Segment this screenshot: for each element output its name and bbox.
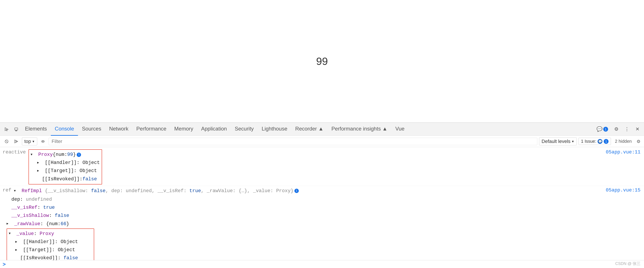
is-revoked-line: [[IsRevoked]]: false: [37, 175, 100, 183]
eye-icon[interactable]: [39, 137, 47, 145]
tab-console[interactable]: Console: [51, 123, 78, 136]
console-output: reactive Proxy { num: 99 } i: [0, 147, 644, 260]
handler-expand-icon[interactable]: [37, 160, 42, 166]
page-number: 99: [316, 55, 328, 67]
tab-memory[interactable]: Memory: [170, 123, 197, 136]
tab-application[interactable]: Application: [197, 123, 231, 136]
devtools-toolbar: Elements Console Sources Network Perform…: [0, 123, 644, 136]
context-selector[interactable]: top ▼: [22, 137, 37, 145]
devtools-panel: Elements Console Sources Network Perform…: [0, 123, 644, 268]
issue-badge[interactable]: 1 Issue: 💬 1: [578, 138, 611, 145]
bottom-bar: >: [0, 260, 644, 268]
console-settings-icon[interactable]: ⚙: [636, 138, 641, 145]
console-toolbar-right: Default levels ▼ 1 Issue: 💬 1 2 hidden ⚙: [539, 137, 641, 145]
more-button[interactable]: ⋮: [622, 124, 632, 134]
row-source-ref[interactable]: 05app.vue:15: [602, 186, 644, 194]
value-proxy-expand-icon[interactable]: [9, 231, 14, 237]
device-icon[interactable]: [12, 124, 21, 134]
settings-button[interactable]: ⚙: [612, 124, 621, 134]
row-label-ref: ref: [0, 186, 14, 194]
row-label-reactive: reactive: [0, 148, 28, 156]
value-proxy-header: _value : Proxy: [9, 230, 92, 238]
tab-performance[interactable]: Performance: [132, 123, 170, 136]
repl-prompt: >: [3, 261, 6, 267]
svg-marker-5: [15, 140, 18, 143]
tab-vue[interactable]: Vue: [392, 123, 408, 136]
toolbar-right: 💬 1 ⚙ ⋮ ✕: [594, 124, 642, 134]
default-levels-button[interactable]: Default levels ▼: [539, 137, 577, 145]
tab-lighthouse[interactable]: Lighthouse: [258, 123, 291, 136]
svg-line-4: [6, 140, 8, 142]
svg-point-9: [42, 141, 43, 142]
refimpl-header-line: RefImpl {__v_isShallow: false, dep: unde…: [14, 187, 602, 195]
pause-on-exception-button[interactable]: [12, 137, 20, 145]
console-row-ref: ref RefImpl {__v_isShallow: false, dep: …: [0, 186, 644, 260]
console-badge-button[interactable]: 💬 1: [594, 125, 611, 133]
tab-security[interactable]: Security: [231, 123, 258, 136]
console-row-reactive: reactive Proxy { num: 99 } i: [0, 148, 644, 186]
svg-rect-0: [15, 128, 18, 130]
tab-recorder[interactable]: Recorder ▲: [291, 123, 328, 136]
close-button[interactable]: ✕: [632, 124, 642, 134]
filter-input[interactable]: [49, 138, 537, 145]
target-line: [[Target]]: Object: [37, 167, 100, 175]
target-expand-icon[interactable]: [37, 168, 42, 174]
proxy-info-icon[interactable]: i: [77, 152, 81, 157]
clear-console-button[interactable]: [3, 137, 10, 145]
refimpl-info-icon[interactable]: i: [294, 189, 299, 193]
watermark: CSDN @ 张三: [615, 261, 640, 266]
ref-expanded-content: dep: undefined __v_isRef : true __v_isSh…: [6, 195, 644, 260]
row-source-reactive[interactable]: 05app.vue:11: [602, 148, 644, 156]
refimpl-expand-icon[interactable]: [14, 188, 19, 194]
tab-performance-insights[interactable]: Performance insights ▲: [328, 123, 392, 136]
svg-point-8: [42, 140, 44, 142]
hidden-badge: 2 hidden: [613, 138, 634, 145]
row-content-reactive: Proxy { num: 99 } i [[Handler]]: Object: [28, 148, 602, 185]
proxy-header-line: Proxy { num: 99 } i: [31, 151, 100, 159]
row-content-ref-header: RefImpl {__v_isShallow: false, dep: unde…: [14, 186, 602, 195]
handler-line: [[Handler]]: Object: [37, 159, 100, 167]
rawvalue-expand-icon[interactable]: [6, 221, 12, 227]
proxy-expand-icon[interactable]: [31, 152, 36, 158]
inspect-icon[interactable]: [2, 124, 12, 134]
console-toolbar: top ▼ Default levels ▼ 1 Issue: 💬 1 2 hi…: [0, 136, 644, 147]
tab-elements[interactable]: Elements: [21, 123, 51, 136]
tab-sources[interactable]: Sources: [78, 123, 105, 136]
tab-network[interactable]: Network: [105, 123, 132, 136]
page-content: 99: [0, 0, 644, 123]
